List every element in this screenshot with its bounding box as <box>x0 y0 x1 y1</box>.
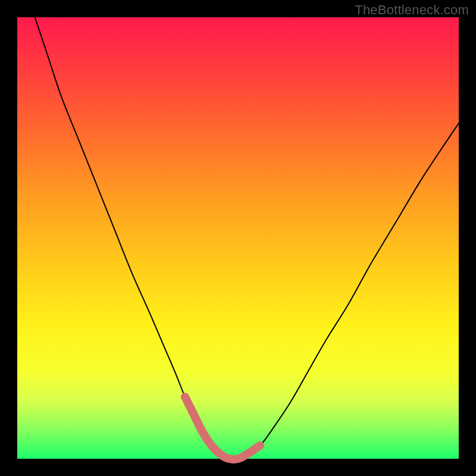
chart-svg <box>17 17 459 459</box>
chart-frame: TheBottleneck.com <box>0 0 476 476</box>
bottleneck-curve <box>35 17 459 459</box>
trough-marker <box>185 397 260 459</box>
watermark-text: TheBottleneck.com <box>355 2 469 18</box>
